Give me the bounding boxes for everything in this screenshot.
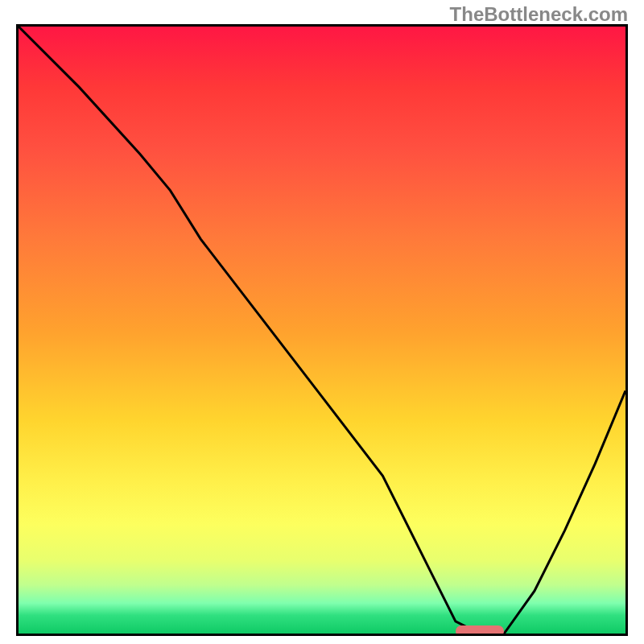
plot-area: [16, 24, 628, 636]
watermark-text: TheBottleneck.com: [450, 3, 628, 26]
optimal-range-marker: [456, 625, 504, 636]
bottleneck-curve: [19, 27, 625, 634]
chart-container: TheBottleneck.com: [0, 0, 644, 644]
